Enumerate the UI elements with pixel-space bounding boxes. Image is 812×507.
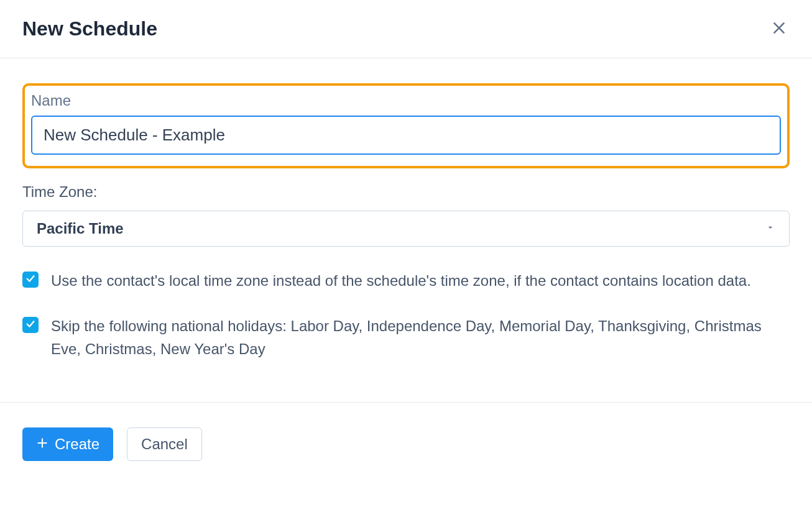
timezone-select[interactable]: Pacific Time [22,211,790,247]
modal-header: New Schedule [0,0,812,58]
name-input[interactable] [31,116,781,155]
checkbox-local-timezone-label: Use the contact's local time zone instea… [51,269,751,292]
checkbox-local-timezone-row: Use the contact's local time zone instea… [22,269,790,292]
create-button[interactable]: Create [22,427,113,461]
check-icon [25,318,36,332]
chevron-down-icon [765,222,775,235]
create-button-label: Create [55,436,99,453]
close-button[interactable] [768,17,790,40]
cancel-button-label: Cancel [141,436,188,453]
modal-footer: Create Cancel [0,402,812,486]
modal-title: New Schedule [22,17,157,40]
close-icon [771,20,787,38]
plus-icon [36,436,48,453]
cancel-button[interactable]: Cancel [127,427,202,461]
checkbox-local-timezone[interactable] [22,272,39,288]
name-label: Name [31,92,781,109]
timezone-label: Time Zone: [22,183,790,201]
check-icon [25,273,36,286]
checkbox-holidays-row: Skip the following national holidays: La… [22,314,790,360]
modal-body: Name Time Zone: Pacific Time Use the con… [0,58,812,402]
name-field-highlight: Name [22,83,790,168]
timezone-value: Pacific Time [37,220,765,237]
new-schedule-modal: New Schedule Name Time Zone: Pacific Tim… [0,0,812,486]
checkbox-holidays[interactable] [22,317,39,333]
checkbox-holidays-label: Skip the following national holidays: La… [51,314,790,360]
